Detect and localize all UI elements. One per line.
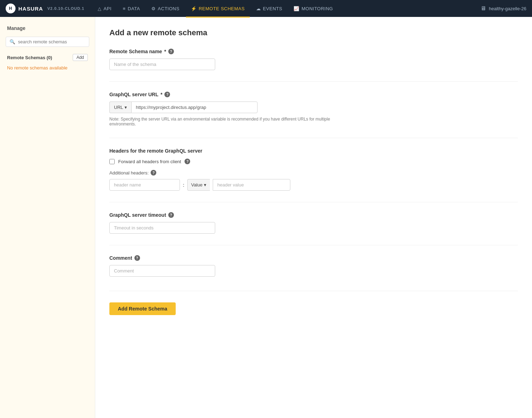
comment-section: Comment ? [109,255,518,277]
search-input[interactable] [18,39,85,44]
nav-data-label: DATA [128,6,140,11]
sidebar-add-button[interactable]: Add [73,54,88,61]
nav-links: △ API ≡ DATA ⚙ ACTIONS ⚡ REMOTE SCHEMAS … [93,1,480,17]
graphql-url-label: GraphQL server URL * ? [109,92,518,97]
nav-events-label: EVENTS [263,6,282,11]
url-type-dropdown[interactable]: URL ▾ [109,102,131,113]
forward-headers-checkbox[interactable] [109,159,115,164]
value-type-label: Value [191,182,202,188]
search-icon: 🔍 [10,39,15,44]
divider-3 [109,202,518,202]
schema-name-label: Remote Schema name * ? [109,49,518,54]
header-name-input[interactable] [109,179,180,191]
nav-monitoring[interactable]: 📈 MONITORING [289,1,338,18]
sidebar-remote-header: Remote Schemas (0) Add [6,54,89,61]
timeout-help-icon[interactable]: ? [168,212,174,218]
nav-actions-label: ACTIONS [158,6,179,11]
nav-actions[interactable]: ⚙ ACTIONS [146,1,185,18]
header-value-input[interactable] [213,179,290,191]
add-remote-schema-button[interactable]: Add Remote Schema [109,302,176,315]
graphql-url-help-icon[interactable]: ? [164,92,170,97]
nav-api[interactable]: △ API [93,1,116,18]
top-navigation: H HASURA v2.0.10-cloud.1 △ API ≡ DATA ⚙ … [0,0,532,17]
forward-headers-help-icon[interactable]: ? [185,159,190,164]
colon-separator: : [183,182,185,188]
app-layout: Manage 🔍 Remote Schemas (0) Add No remot… [0,17,532,418]
divider-1 [109,81,518,82]
comment-help-icon[interactable]: ? [134,255,140,261]
divider-4 [109,245,518,245]
schema-name-help-icon[interactable]: ? [168,49,174,54]
timeout-section: GraphQL server timeout ? [109,212,518,234]
logo-text: HASURA [18,6,43,12]
forward-headers-row: Forward all headers from client ? [109,159,518,164]
graphql-url-section: GraphQL server URL * ? URL ▾ Note: Speci… [109,92,518,127]
sidebar-manage-title: Manage [6,25,89,31]
nav-remote-schemas-label: REMOTE SCHEMAS [199,6,245,11]
additional-headers-label: Additional headers: ? [109,170,518,176]
data-icon: ≡ [123,6,126,11]
monitoring-icon: 📈 [294,6,300,11]
logo: H HASURA v2.0.10-cloud.1 [6,4,84,13]
app-version: v2.0.10-cloud.1 [47,6,84,11]
schema-name-section: Remote Schema name * ? [109,49,518,70]
nav-events[interactable]: ☁ EVENTS [251,1,288,18]
nav-data[interactable]: ≡ DATA [118,1,145,18]
schema-name-input[interactable] [109,59,215,70]
api-icon: △ [98,6,102,11]
header-input-row: : Value ▾ [109,179,518,191]
actions-icon: ⚙ [151,6,156,11]
logo-icon: H [6,4,16,13]
forward-headers-label: Forward all headers from client [118,159,181,164]
remote-schemas-count-label: Remote Schemas (0) [7,55,52,60]
nav-remote-schemas[interactable]: ⚡ REMOTE SCHEMAS [186,1,250,18]
divider-2 [109,138,518,138]
nav-monitoring-label: MONITORING [302,6,333,11]
timeout-input[interactable] [109,222,215,234]
chevron-down-icon-2: ▾ [204,182,206,188]
required-marker-url: * [161,92,162,97]
sidebar: Manage 🔍 Remote Schemas (0) Add No remot… [0,17,95,418]
user-info: 🖥 healthy-gazelle-26 [480,5,526,12]
remote-schemas-icon: ⚡ [191,6,197,11]
main-content: Add a new remote schema Remote Schema na… [95,17,532,418]
timeout-label: GraphQL server timeout ? [109,212,518,218]
url-input-group: URL ▾ [109,102,258,113]
events-icon: ☁ [256,6,261,11]
chevron-down-icon: ▾ [125,105,127,110]
required-marker: * [164,49,166,54]
headers-section-title: Headers for the remote GraphQL server [109,148,518,154]
db-icon: 🖥 [480,5,486,12]
sidebar-empty-message: No remote schemas available [6,64,89,72]
bottom-divider [109,291,518,291]
url-type-label: URL [114,105,123,110]
nav-api-label: API [104,6,111,11]
headers-section: Headers for the remote GraphQL server Fo… [109,148,518,191]
additional-headers-help-icon[interactable]: ? [151,170,156,176]
sidebar-search-box[interactable]: 🔍 [6,37,89,47]
page-title: Add a new remote schema [109,28,518,37]
value-type-dropdown[interactable]: Value ▾ [187,179,210,191]
comment-input[interactable] [109,265,215,277]
graphql-url-input[interactable] [131,102,258,113]
url-note: Note: Specifying the server URL via an e… [109,117,356,127]
comment-label: Comment ? [109,255,518,261]
username: healthy-gazelle-26 [489,6,526,11]
